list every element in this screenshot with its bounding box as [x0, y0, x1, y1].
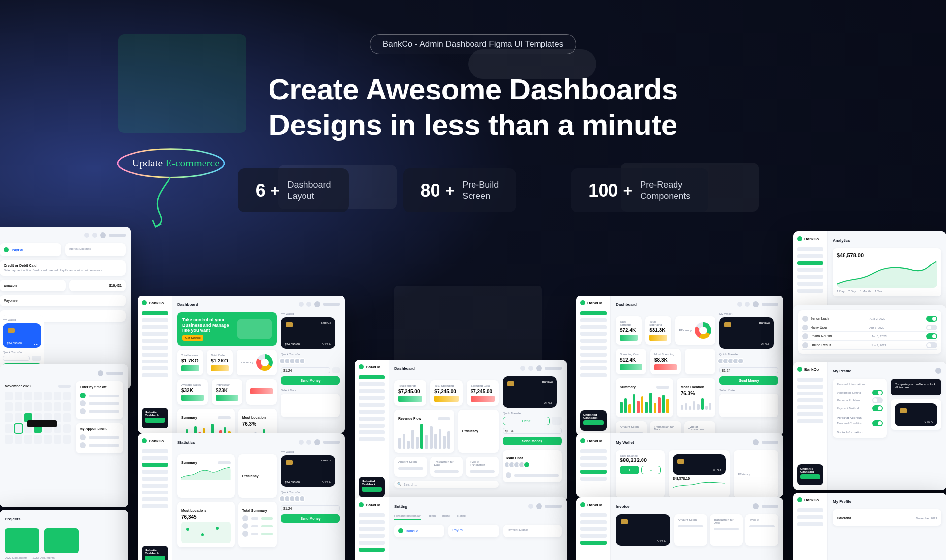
shot-profile: BankCo Unlimited Cashback My Profile Per…	[793, 362, 946, 490]
toggle[interactable]	[926, 333, 937, 339]
stat-components: 100+ Pre-ReadyComponents	[571, 168, 708, 212]
toggle[interactable]	[926, 316, 937, 322]
headline-line-2: Designs in less than a minute	[0, 107, 946, 143]
cashback-card: Unlimited Cashback	[142, 408, 168, 428]
shot-ecommerce-dashboard: BankCo Unlimited Cashback Dashboard Take…	[138, 296, 345, 433]
toggle[interactable]	[926, 325, 937, 330]
brand-icon	[142, 300, 147, 305]
shot-bank-dashboard-b: BankCo Unlimited Cashback Dashboard Tota…	[576, 296, 783, 436]
shot-statistics: BankCo Unlimited Cashback Statistics Sum…	[138, 433, 345, 560]
stat-num: 100	[588, 180, 618, 201]
stat-screens: 80+ Pre-BuildScreen	[403, 168, 517, 212]
toggle[interactable]	[926, 342, 937, 348]
send-money-button[interactable]: Send Money	[503, 437, 562, 445]
shot-invoice: BankCo Invoice VISA Amount Spent Transac…	[576, 497, 783, 560]
stat-num: 6	[256, 180, 266, 201]
stat-label: DashboardLayout	[288, 179, 331, 201]
efficiency-donut	[256, 354, 273, 371]
shot-my-wallet: BankCo My Wallet Total Balance $88,232.0…	[576, 433, 783, 497]
get-started-button[interactable]: Get Started	[182, 335, 203, 341]
product-pill: BankCo - Admin Dashboard Figma UI Templa…	[370, 34, 576, 54]
send-money-button[interactable]: Send Money	[281, 376, 340, 385]
shot-calendar: November 2023 Filter by time off	[0, 364, 128, 507]
headline: Create Awesome Dashboards Designs in les…	[0, 72, 946, 143]
shot-projects: Projects 2022 Documents 2023 Documents	[0, 510, 128, 560]
shot-bank-dashboard-a: BankCo Unlimited Cashback Dashboard Tota…	[355, 360, 567, 502]
stat-layouts: 6+ DashboardLayout	[238, 168, 349, 212]
headline-line-1: Create Awesome Dashboards	[0, 72, 946, 107]
send-money-button[interactable]: Send Money	[281, 514, 340, 523]
stats-row: 6+ DashboardLayout 80+ Pre-BuildScreen 1…	[0, 168, 946, 212]
stat-label: Pre-ReadyComponents	[640, 179, 690, 201]
shot-settings: BankCo Setting Personal Information Team…	[355, 497, 567, 560]
upgrade-button[interactable]	[145, 418, 165, 423]
shot-wallet-mini: My Wallet $24,098.00 ●● Quick Transfer D…	[0, 315, 44, 369]
shot-profile-calendar: BankCo My Profile CalendarNovember 2023	[793, 493, 946, 560]
stat-num: 80	[421, 180, 440, 201]
stat-label: Pre-BuildScreen	[462, 179, 499, 201]
send-money-button[interactable]: Send Money	[719, 376, 778, 385]
hero: BankCo - Admin Dashboard Figma UI Templa…	[0, 0, 946, 212]
